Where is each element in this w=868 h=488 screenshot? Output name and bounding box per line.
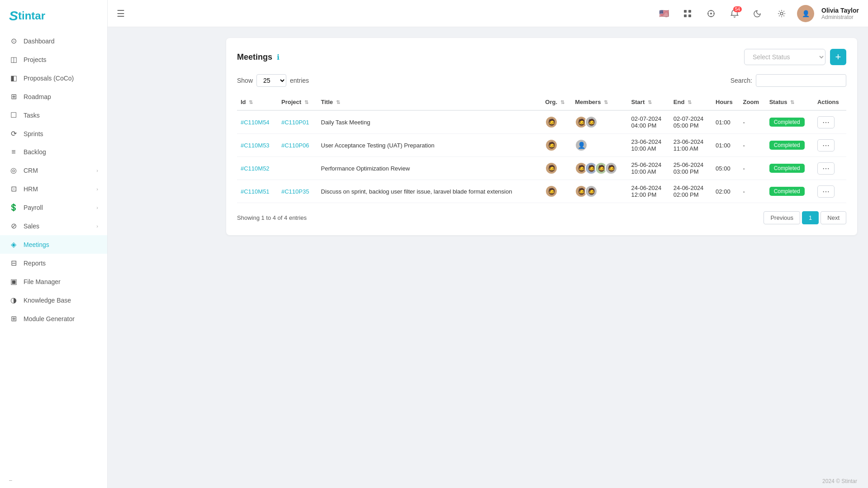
sidebar-logo: S tintar [0,0,107,32]
sort-title-icon[interactable]: ⇅ [336,99,340,105]
apps-button[interactable] [679,5,696,22]
meeting-id-link[interactable]: #C110M53 [241,142,270,149]
settings-button[interactable] [773,5,790,22]
sort-end-icon[interactable]: ⇅ [688,99,692,105]
sidebar-item-label: Projects [24,56,47,63]
card-header: Meetings ℹ Select Status Completed Pendi… [237,49,846,65]
logo-s-letter: S [9,8,18,24]
table-body: #C110M54 #C110P01 Daily Task Meeting 🧔 🧔… [237,110,846,203]
project-id-link[interactable]: #C110P35 [281,188,309,195]
member-avatars: 🧔 🧔 🧔 🧔 [575,162,624,175]
info-icon[interactable]: ℹ [277,53,280,62]
sidebar-item-label: Payroll [24,204,43,211]
show-entries-select[interactable]: 25 10 50 100 [256,74,286,87]
svg-rect-2 [684,14,687,17]
cell-members: 👤 [571,134,627,157]
cell-zoom: - [740,157,766,180]
sort-members-icon[interactable]: ⇅ [604,99,608,105]
page-1-button[interactable]: 1 [802,211,819,224]
sidebar-item-projects[interactable]: ◫ Projects [0,50,107,69]
cell-end: 02-07-2024 05:00 PM [670,110,712,134]
sort-org-icon[interactable]: ⇅ [560,99,564,105]
sidebar-item-proposals[interactable]: ◧ Proposals (CoCo) [0,69,107,87]
meeting-id-link[interactable]: #C110M51 [241,188,270,195]
cell-title: User Acceptance Testing (UAT) Preparatio… [318,134,542,157]
sprints-icon: ⟳ [9,129,18,138]
sidebar-item-file-manager[interactable]: ▣ File Manager [0,272,107,291]
sidebar-item-hrm[interactable]: ⊡ HRM › [0,180,107,198]
sidebar-item-sales[interactable]: ⊘ Sales › [0,217,107,235]
sidebar-item-roadmap[interactable]: ⊞ Roadmap [0,87,107,106]
member-avatars: 👤 [575,139,624,152]
previous-page-button[interactable]: Previous [764,211,800,224]
hamburger-icon[interactable]: ☰ [117,8,125,19]
project-id-link[interactable]: #C110P06 [281,142,309,149]
backlog-icon: ≡ [9,148,18,156]
hrm-arrow-icon: › [96,186,98,192]
actions-button[interactable]: ⋯ [817,162,835,175]
flag-button[interactable]: 🇺🇸 [656,5,672,22]
crosshair-button[interactable] [703,5,719,22]
sidebar-item-label: Proposals (CoCo) [24,75,74,82]
table-header: Id ⇅ Project ⇅ Title ⇅ Org. ⇅ Members ⇅ … [237,94,846,110]
cell-id: #C110M51 [237,180,278,203]
card-header-actions: Select Status Completed Pending In Progr… [744,49,846,65]
cell-title: Daily Task Meeting [318,110,542,134]
logo-text: tintar [18,9,45,22]
sidebar-item-payroll[interactable]: 💲 Payroll › [0,198,107,217]
table-row: #C110M52 Performance Optimization Review… [237,157,846,180]
next-page-button[interactable]: Next [821,211,846,224]
sidebar-item-label: Meetings [24,241,49,248]
sidebar-item-knowledge-base[interactable]: ◑ Knowledge Base [0,291,107,309]
status-badge: Completed [769,164,805,173]
file-manager-icon: ▣ [9,277,18,286]
search-input[interactable] [756,74,846,87]
avatar[interactable]: 👤 [797,5,814,22]
cell-hours: 02:00 [712,180,740,203]
moon-button[interactable] [750,5,766,22]
project-id-link[interactable]: #C110P01 [281,119,309,126]
col-actions: Actions [814,94,846,110]
sidebar-item-label: Knowledge Base [24,297,71,304]
cell-project: #C110P01 [278,110,318,134]
status-select[interactable]: Select Status Completed Pending In Progr… [744,49,825,65]
sidebar-item-label: Backlog [24,148,46,156]
actions-button[interactable]: ⋯ [817,139,835,152]
sidebar-item-label: HRM [24,185,38,193]
sidebar-item-meetings[interactable]: ◈ Meetings [0,235,107,254]
sort-start-icon[interactable]: ⇅ [648,99,652,105]
table-row: #C110M51 #C110P35 Discuss on sprint, bac… [237,180,846,203]
add-meeting-button[interactable]: + [830,49,846,65]
col-hours: Hours [712,94,740,110]
cell-id: #C110M53 [237,134,278,157]
apps-icon [683,9,692,18]
actions-button[interactable]: ⋯ [817,185,835,198]
sidebar-item-sprints[interactable]: ⟳ Sprints [0,124,107,143]
svg-point-10 [780,12,783,15]
col-status: Status ⇅ [766,94,814,110]
cell-project: #C110P35 [278,180,318,203]
actions-button[interactable]: ⋯ [817,116,835,128]
sidebar-item-reports[interactable]: ⊟ Reports [0,254,107,272]
notification-button[interactable]: 54 [726,5,743,22]
avatar: 👤 [575,139,588,152]
meeting-id-link[interactable]: #C110M54 [241,119,270,126]
meeting-id-link[interactable]: #C110M52 [241,165,270,172]
sort-id-icon[interactable]: ⇅ [249,99,253,105]
sidebar-item-dashboard[interactable]: ⊙ Dashboard [0,32,107,50]
org-avatars: 🧔 [545,139,568,152]
status-badge: Completed [769,187,805,196]
sidebar-item-crm[interactable]: ◎ CRM › [0,161,107,180]
org-avatars: 🧔 [545,162,568,175]
cell-members: 🧔 🧔 [571,110,627,134]
avatar: 🧔 [545,139,558,152]
sidebar-item-tasks[interactable]: ☐ Tasks [0,106,107,124]
cell-start: 23-06-2024 10:00 AM [628,134,670,157]
sort-project-icon[interactable]: ⇅ [304,99,308,105]
footer: 2024 © Stintar [811,474,868,488]
cell-hours: 05:00 [712,157,740,180]
sidebar-item-backlog[interactable]: ≡ Backlog [0,143,107,161]
sidebar-item-module-generator[interactable]: ⊞ Module Generator [0,309,107,328]
meetings-card: Meetings ℹ Select Status Completed Pendi… [226,38,857,235]
sort-status-icon[interactable]: ⇅ [790,99,794,105]
